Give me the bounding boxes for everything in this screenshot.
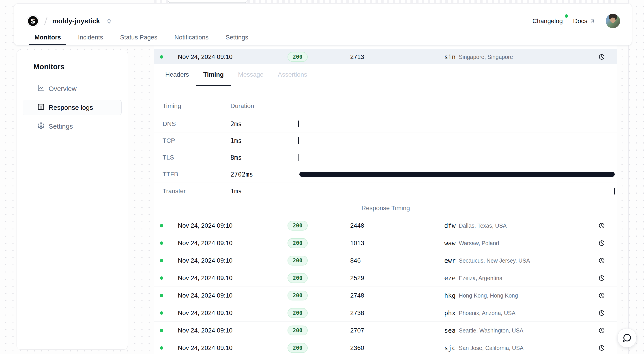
sidebar-item-label: Settings	[48, 123, 73, 130]
monitor-sidebar: Monitors OverviewResponse logsSettings	[16, 50, 128, 349]
timing-table-header: Timing Duration	[154, 96, 617, 115]
sidebar-title: Monitors	[23, 63, 122, 71]
log-row-phx[interactable]: Nov 24, 2024 09:102002738phxPhoenix, Ari…	[154, 304, 617, 321]
org-logo-icon: S	[28, 16, 38, 26]
status-code-badge: 200	[288, 52, 308, 62]
clock-icon[interactable]	[598, 240, 605, 246]
timing-phase-duration: 1ms	[230, 188, 242, 195]
changelog-label: Changelog	[532, 18, 563, 25]
docs-label: Docs	[573, 18, 587, 25]
nav-tab-incidents[interactable]: Incidents	[73, 30, 108, 45]
clock-icon[interactable]	[598, 257, 605, 264]
org-logo[interactable]: S	[27, 15, 39, 27]
log-row-sea[interactable]: Nov 24, 2024 09:102002707seaSeattle, Was…	[154, 321, 617, 339]
primary-nav-tabs: MonitorsIncidentsStatus PagesNotificatio…	[29, 30, 254, 45]
timing-bar	[298, 121, 299, 127]
user-avatar[interactable]	[606, 14, 620, 28]
timing-phase-label: TTFB	[162, 171, 178, 178]
timing-bar	[300, 172, 615, 177]
log-region-code: ewr	[444, 257, 456, 264]
status-code-badge: 200	[288, 325, 308, 335]
log-row-ewr[interactable]: Nov 24, 2024 09:10200846ewrSecaucus, New…	[154, 252, 617, 269]
status-code-badge: 200	[288, 343, 308, 353]
docs-link[interactable]: Docs	[573, 18, 596, 25]
status-ok-dot	[160, 346, 163, 349]
log-latency: 2448	[350, 222, 364, 229]
log-region-location: Dallas, Texas, USA	[459, 222, 507, 229]
timing-phase-label: DNS	[162, 120, 176, 128]
log-row-eze[interactable]: Nov 24, 2024 09:102002529ezeEzeiza, Arge…	[154, 269, 617, 286]
breadcrumb-slash	[44, 17, 47, 25]
clock-icon[interactable]	[598, 275, 605, 281]
status-code-badge: 200	[288, 291, 308, 300]
timing-bar	[298, 154, 300, 161]
response-timing-caption: Response Timing	[154, 199, 617, 217]
status-ok-dot	[160, 276, 163, 280]
log-region-code: waw	[444, 239, 456, 247]
timing-bar	[298, 137, 299, 144]
log-timestamp: Nov 24, 2024 09:10	[178, 239, 232, 247]
nav-tab-settings[interactable]: Settings	[220, 30, 253, 45]
detail-tab-timing[interactable]: Timing	[196, 64, 231, 85]
log-row-hkg[interactable]: Nov 24, 2024 09:102002748hkgHong Kong, H…	[154, 286, 617, 304]
status-code-badge: 200	[288, 256, 308, 265]
response-logs-panel: Nov 24, 2024 09:10 200 2713 sin Singapor…	[154, 0, 617, 354]
log-region-location: Phoenix, Arizona, USA	[459, 310, 516, 316]
log-region-code: eze	[444, 274, 456, 282]
log-region-location: Seattle, Washington, USA	[459, 327, 523, 334]
timing-bar-track	[298, 132, 615, 149]
timing-row-tcp: TCP1ms	[154, 132, 617, 149]
sidebar-item-response-logs[interactable]: Response logs	[23, 100, 122, 115]
timing-bar-track	[298, 149, 615, 166]
top-header: S moldy-joystick Changelog Docs Monitors…	[14, 3, 632, 46]
log-latency: 2529	[350, 274, 364, 282]
log-row-waw[interactable]: Nov 24, 2024 09:102001013wawWarsaw, Pola…	[154, 234, 617, 252]
changelog-notification-dot	[565, 14, 568, 18]
clock-icon[interactable]	[598, 327, 605, 334]
timing-column-header: Timing	[162, 102, 181, 110]
log-latency: 2360	[350, 344, 364, 351]
log-latency: 846	[350, 257, 361, 264]
log-timestamp: Nov 24, 2024 09:10	[178, 257, 232, 264]
clock-icon[interactable]	[598, 345, 605, 351]
timing-table: Timing Duration DNS2msTCP1msTLS8msTTFB27…	[154, 96, 617, 199]
timing-row-ttfb: TTFB2702ms	[154, 166, 617, 183]
clock-icon[interactable]	[598, 292, 605, 299]
detail-tab-headers[interactable]: Headers	[158, 64, 196, 85]
log-timestamp: Nov 24, 2024 09:10	[178, 53, 232, 61]
status-ok-dot	[160, 55, 163, 59]
sidebar-item-settings[interactable]: Settings	[23, 119, 122, 134]
nav-tab-status-pages[interactable]: Status Pages	[115, 30, 162, 45]
log-region-code: sin	[444, 53, 456, 61]
timing-bar	[614, 188, 615, 194]
timing-phase-label: TCP	[162, 137, 175, 144]
log-row-sjc[interactable]: Nov 24, 2024 09:102002360sjcSan Jose, Ca…	[154, 339, 617, 354]
log-region-code: hkg	[444, 292, 456, 299]
status-ok-dot	[160, 329, 163, 332]
status-ok-dot	[160, 241, 163, 245]
timing-bar-track	[298, 166, 615, 183]
log-latency: 2738	[350, 309, 364, 316]
clock-icon[interactable]	[598, 54, 605, 60]
status-ok-dot	[160, 294, 163, 297]
clock-icon[interactable]	[598, 222, 605, 229]
log-timestamp: Nov 24, 2024 09:10	[178, 274, 232, 282]
changelog-link[interactable]: Changelog	[532, 18, 563, 25]
log-row-dfw[interactable]: Nov 24, 2024 09:102002448dfwDallas, Texa…	[154, 217, 617, 234]
sidebar-item-label: Response logs	[48, 104, 93, 111]
sidebar-item-overview[interactable]: Overview	[23, 81, 122, 97]
timing-phase-label: TLS	[162, 154, 174, 161]
log-row-selected[interactable]: Nov 24, 2024 09:10 200 2713 sin Singapor…	[154, 49, 617, 64]
nav-tab-notifications[interactable]: Notifications	[169, 30, 214, 45]
log-latency: 1013	[350, 239, 364, 247]
log-region-location: Ezeiza, Argentina	[459, 275, 502, 281]
log-timestamp: Nov 24, 2024 09:10	[178, 222, 232, 229]
detail-tab-assertions: Assertions	[271, 64, 314, 85]
timing-phase-duration: 2ms	[230, 120, 242, 128]
log-region-location: Singapore, Singapore	[459, 54, 513, 60]
clock-icon[interactable]	[598, 310, 605, 316]
support-chat-button[interactable]	[617, 328, 636, 347]
line-chart-icon	[38, 85, 44, 93]
project-switcher-chevrons-icon[interactable]	[105, 17, 113, 25]
nav-tab-monitors[interactable]: Monitors	[29, 30, 66, 45]
